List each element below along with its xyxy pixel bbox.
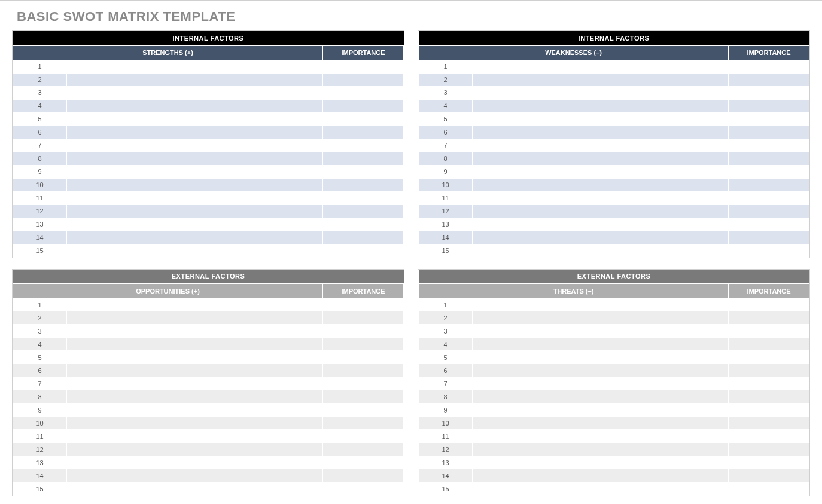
cell-importance[interactable] (728, 377, 809, 390)
cell-content[interactable] (67, 430, 323, 443)
cell-importance[interactable] (729, 126, 809, 139)
cell-importance[interactable] (728, 390, 809, 404)
cell-content[interactable] (473, 456, 729, 469)
cell-content[interactable] (67, 86, 323, 99)
cell-importance[interactable] (729, 231, 809, 244)
cell-content[interactable] (473, 417, 729, 430)
cell-content[interactable] (67, 60, 323, 73)
cell-content[interactable] (67, 298, 323, 311)
cell-importance[interactable] (729, 139, 809, 152)
cell-content[interactable] (67, 469, 323, 482)
cell-importance[interactable] (322, 298, 403, 311)
cell-importance[interactable] (728, 482, 809, 496)
cell-importance[interactable] (729, 99, 809, 112)
cell-content[interactable] (473, 126, 729, 139)
cell-content[interactable] (473, 152, 729, 165)
cell-content[interactable] (473, 112, 729, 126)
cell-content[interactable] (473, 165, 729, 178)
cell-importance[interactable] (728, 325, 809, 338)
cell-importance[interactable] (323, 204, 404, 218)
cell-content[interactable] (473, 244, 729, 257)
cell-importance[interactable] (729, 204, 809, 218)
cell-content[interactable] (473, 231, 729, 244)
cell-importance[interactable] (729, 165, 809, 178)
cell-importance[interactable] (322, 338, 403, 351)
cell-importance[interactable] (323, 73, 404, 86)
cell-importance[interactable] (728, 430, 809, 443)
cell-content[interactable] (67, 311, 323, 325)
cell-importance[interactable] (322, 311, 403, 325)
cell-content[interactable] (473, 469, 729, 482)
cell-content[interactable] (473, 86, 729, 99)
cell-content[interactable] (473, 178, 729, 191)
cell-importance[interactable] (322, 325, 403, 338)
cell-importance[interactable] (728, 443, 809, 456)
cell-content[interactable] (473, 99, 729, 112)
cell-importance[interactable] (729, 152, 809, 165)
cell-content[interactable] (67, 244, 323, 257)
cell-content[interactable] (473, 364, 729, 377)
cell-content[interactable] (473, 377, 729, 390)
cell-importance[interactable] (323, 139, 404, 152)
cell-importance[interactable] (728, 417, 809, 430)
cell-content[interactable] (473, 139, 729, 152)
cell-importance[interactable] (729, 73, 809, 86)
cell-importance[interactable] (728, 364, 809, 377)
cell-importance[interactable] (729, 191, 809, 204)
cell-importance[interactable] (323, 218, 404, 231)
cell-content[interactable] (67, 126, 323, 139)
cell-importance[interactable] (323, 178, 404, 191)
cell-content[interactable] (67, 112, 323, 126)
cell-importance[interactable] (322, 456, 403, 469)
cell-importance[interactable] (322, 443, 403, 456)
cell-importance[interactable] (729, 86, 809, 99)
cell-importance[interactable] (728, 338, 809, 351)
cell-importance[interactable] (728, 469, 809, 482)
cell-content[interactable] (473, 298, 729, 311)
cell-content[interactable] (67, 139, 323, 152)
cell-content[interactable] (67, 178, 323, 191)
cell-content[interactable] (67, 390, 323, 404)
cell-content[interactable] (67, 338, 323, 351)
cell-content[interactable] (473, 73, 729, 86)
cell-content[interactable] (67, 152, 323, 165)
cell-content[interactable] (67, 377, 323, 390)
cell-importance[interactable] (323, 152, 404, 165)
cell-content[interactable] (473, 191, 729, 204)
cell-importance[interactable] (323, 126, 404, 139)
cell-content[interactable] (473, 60, 729, 73)
cell-importance[interactable] (322, 404, 403, 417)
cell-importance[interactable] (323, 244, 404, 257)
cell-content[interactable] (67, 73, 323, 86)
cell-content[interactable] (473, 390, 729, 404)
cell-content[interactable] (67, 364, 323, 377)
cell-importance[interactable] (323, 112, 404, 126)
cell-content[interactable] (67, 99, 323, 112)
cell-importance[interactable] (322, 469, 403, 482)
cell-content[interactable] (473, 325, 729, 338)
cell-content[interactable] (473, 351, 729, 364)
cell-importance[interactable] (322, 482, 403, 496)
cell-importance[interactable] (322, 390, 403, 404)
cell-importance[interactable] (322, 430, 403, 443)
cell-importance[interactable] (728, 404, 809, 417)
cell-content[interactable] (67, 443, 323, 456)
cell-content[interactable] (473, 404, 729, 417)
cell-importance[interactable] (728, 351, 809, 364)
cell-content[interactable] (473, 218, 729, 231)
cell-importance[interactable] (323, 191, 404, 204)
cell-content[interactable] (67, 218, 323, 231)
cell-content[interactable] (473, 482, 729, 496)
cell-importance[interactable] (322, 364, 403, 377)
cell-content[interactable] (67, 482, 323, 496)
cell-importance[interactable] (322, 377, 403, 390)
cell-importance[interactable] (728, 298, 809, 311)
cell-importance[interactable] (322, 417, 403, 430)
cell-importance[interactable] (729, 112, 809, 126)
cell-importance[interactable] (728, 456, 809, 469)
cell-content[interactable] (67, 404, 323, 417)
cell-content[interactable] (67, 351, 323, 364)
cell-content[interactable] (473, 443, 729, 456)
cell-importance[interactable] (323, 165, 404, 178)
cell-content[interactable] (67, 191, 323, 204)
